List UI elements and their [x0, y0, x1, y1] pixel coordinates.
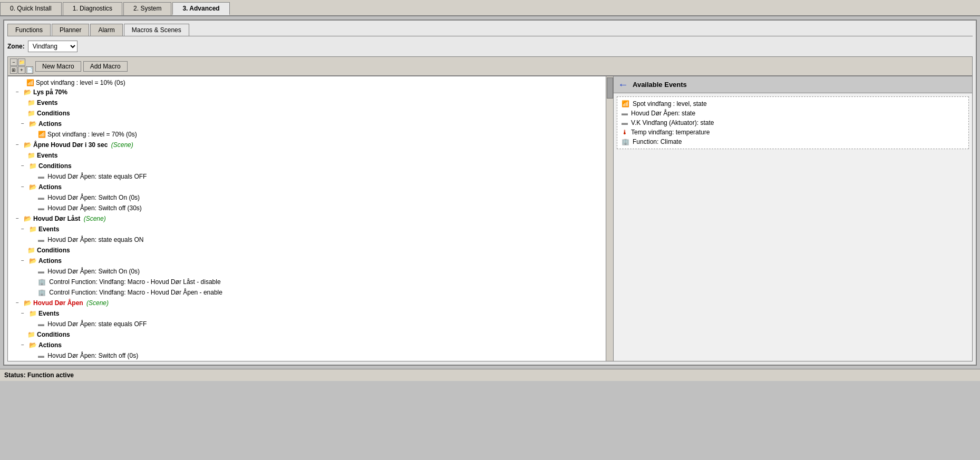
toolbar-icon-grid[interactable]: ⊞ — [10, 66, 17, 74]
macro-hopen-label[interactable]: Hovud Dør Åpen — [33, 298, 83, 308]
icon-action-hopen1: ▬ — [38, 351, 44, 360]
apne-actions-row: − 📂 Actions — [10, 182, 604, 192]
hopen-conditions-label[interactable]: Conditions — [37, 330, 70, 339]
expand-apne-cond[interactable]: − — [21, 161, 27, 171]
tab-advanced[interactable]: 3. Advanced — [172, 2, 229, 15]
apne-events-label[interactable]: Events — [37, 151, 57, 160]
tree-scrollbar[interactable] — [606, 76, 613, 361]
tab-diagnostics[interactable]: 1. Diagnostics — [63, 2, 122, 15]
macro-horst-label[interactable]: Hovud Dør Låst — [33, 214, 80, 223]
hopen-actions-row: − 📂 Actions — [10, 340, 604, 350]
events-content: 📶 Spot vindfang : level, state ▬ Hovud D… — [614, 93, 972, 152]
toolbar-icon-doc[interactable]: 📄 — [26, 66, 33, 74]
macro-horst-scene: (Scene) — [82, 214, 105, 223]
horst-conditions-label[interactable]: Conditions — [37, 246, 70, 255]
horst-actions-label[interactable]: Actions — [38, 256, 62, 266]
horst-action-text2: Control Function: Vindfang: Macro - Hovu… — [47, 277, 221, 287]
expand-hopen-actions[interactable]: − — [21, 340, 27, 350]
panels: 📶 Spot vindfang : level = 10% (0s) − 📂 L… — [7, 76, 973, 361]
horst-conditions-row: 📁 Conditions — [10, 245, 604, 256]
new-macro-button[interactable]: New Macro — [35, 61, 81, 72]
expand-hopen-events[interactable]: − — [21, 309, 27, 318]
icon-action-apne1: ▬ — [38, 193, 44, 202]
top-tab-bar: 0. Quick Install 1. Diagnostics 2. Syste… — [0, 0, 980, 16]
expand-horst[interactable]: − — [16, 214, 22, 223]
icon-conditions-apne: 📁 — [29, 161, 37, 171]
apne-actions-label[interactable]: Actions — [38, 182, 62, 192]
expand-apne-actions[interactable]: − — [21, 182, 27, 192]
toolbar: − 📁 ⊞ + 📄 New Macro Add Macro — [7, 56, 973, 76]
tab-functions[interactable]: Functions — [7, 24, 51, 36]
apne-action-text1: Hovud Dør Åpen: Switch On (0s) — [46, 193, 140, 202]
events-back-arrow[interactable]: ← — [618, 79, 628, 91]
sub-tab-bar: Functions Planner Alarm Macros & Scenes — [7, 24, 973, 36]
lys-events-row: 📁 Events — [10, 97, 604, 108]
expand-horst-actions[interactable]: − — [21, 256, 27, 266]
lys-events-label[interactable]: Events — [37, 98, 57, 107]
horst-events-label[interactable]: Events — [38, 224, 59, 234]
tab-quick-install[interactable]: 0. Quick Install — [0, 2, 62, 15]
tab-macros-scenes[interactable]: Macros & Scenes — [124, 24, 189, 36]
icon-folder-lys: 📂 — [24, 87, 32, 97]
hopen-actions-label[interactable]: Actions — [38, 340, 62, 350]
apne-action-item-2: ▬ Hovud Dør Åpen: Switch off (30s) — [10, 203, 604, 213]
tree-panel: 📶 Spot vindfang : level = 10% (0s) − 📂 L… — [8, 76, 614, 361]
zone-select[interactable]: Vindfang — [28, 41, 77, 52]
tree-content: 📶 Spot vindfang : level = 10% (0s) − 📂 L… — [8, 76, 606, 361]
macro-apne-label[interactable]: Åpne Hovud Dør i 30 sec — [33, 140, 108, 150]
hopen-event-text1: Hovud Dør Åpen: state equals OFF — [46, 319, 147, 329]
macro-apne: − 📂 Åpne Hovud Dør i 30 sec (Scene) 📁 Ev… — [10, 140, 604, 213]
hopen-events-label[interactable]: Events — [38, 309, 59, 318]
macro-lys-label[interactable]: Lys på 70% — [33, 87, 67, 97]
icon-action-horst3: 🏢 — [38, 288, 46, 297]
icon-action-horst1: ▬ — [38, 267, 44, 276]
add-macro-button[interactable]: Add Macro — [83, 61, 128, 72]
macro-horst: − 📂 Hovud Dør Låst (Scene) − 📁 Events — [10, 213, 604, 298]
expand-lys-actions[interactable]: − — [21, 119, 27, 129]
icon-cond-apne: ▬ — [38, 172, 44, 181]
horst-events-row: − 📁 Events — [10, 224, 604, 234]
expand-apne[interactable]: − — [16, 140, 22, 150]
expand-horst-events[interactable]: − — [21, 224, 27, 234]
lys-conditions-label[interactable]: Conditions — [37, 109, 70, 118]
icon-event-hopen1: ▬ — [38, 319, 44, 329]
event-item-5[interactable]: 🏢 Function: Climate — [619, 137, 966, 146]
icon-actions-lys: 📂 — [29, 119, 37, 129]
apne-action-text2: Hovud Dør Åpen: Switch off (30s) — [46, 203, 142, 213]
event-text-3: V.K Vindfang (Aktuator): state — [631, 119, 714, 126]
tree-row-top: 📶 Spot vindfang : level = 10% (0s) — [10, 79, 604, 87]
tab-planner[interactable]: Planner — [52, 24, 89, 36]
hopen-conditions-row: 📁 Conditions — [10, 329, 604, 340]
scroll-thumb[interactable] — [607, 77, 613, 99]
macro-lys: − 📂 Lys på 70% 📁 Events — [10, 87, 604, 140]
horst-action-item-1: ▬ Hovud Dør Åpen: Switch On (0s) — [10, 266, 604, 277]
lys-action-text: Spot vindfang : level = 70% (0s) — [47, 130, 137, 139]
event-item-3[interactable]: ▬ V.K Vindfang (Aktuator): state — [619, 118, 966, 128]
horst-action-item-2: 🏢 Control Function: Vindfang: Macro - Ho… — [10, 277, 604, 287]
horst-event-text1: Hovud Dør Åpen: state equals ON — [46, 235, 143, 244]
lys-action-item-1: 📶 Spot vindfang : level = 70% (0s) — [10, 129, 604, 140]
tab-alarm[interactable]: Alarm — [90, 24, 122, 36]
icon-signal-lys: 📶 — [38, 130, 46, 139]
events-panel: ← Available Events 📶 Spot vindfang : lev… — [614, 76, 972, 361]
icon-action-apne2: ▬ — [38, 203, 44, 213]
expand-lys[interactable]: − — [16, 87, 22, 97]
app-container: 0. Quick Install 1. Diagnostics 2. Syste… — [0, 0, 980, 381]
icon-actions-horst: 📂 — [29, 256, 37, 266]
expand-hopen[interactable]: − — [16, 298, 22, 308]
hopen-action-text1: Hovud Dør Åpen: Switch off (0s) — [46, 351, 138, 360]
event-item-4[interactable]: 🌡 Temp vindfang: temperature — [619, 128, 966, 137]
events-title: Available Events — [633, 81, 687, 89]
event-item-1[interactable]: 📶 Spot vindfang : level, state — [619, 99, 966, 109]
apne-conditions-label[interactable]: Conditions — [38, 161, 72, 171]
event-item-2[interactable]: ▬ Hovud Dør Åpen: state — [619, 109, 966, 118]
tab-system[interactable]: 2. System — [123, 2, 171, 15]
icon-conditions-horst: 📁 — [27, 246, 35, 255]
lys-conditions-row: 📁 Conditions — [10, 108, 604, 119]
toolbar-icon-plus-folder[interactable]: + — [18, 66, 25, 74]
toolbar-icon-folder1[interactable]: 📁 — [18, 58, 25, 66]
lys-actions-label[interactable]: Actions — [38, 119, 62, 129]
event-text-1: Spot vindfang : level, state — [633, 100, 707, 107]
toolbar-icon-minus[interactable]: − — [10, 58, 17, 66]
apne-cond-text: Hovud Dør Åpen: state equals OFF — [46, 172, 147, 181]
